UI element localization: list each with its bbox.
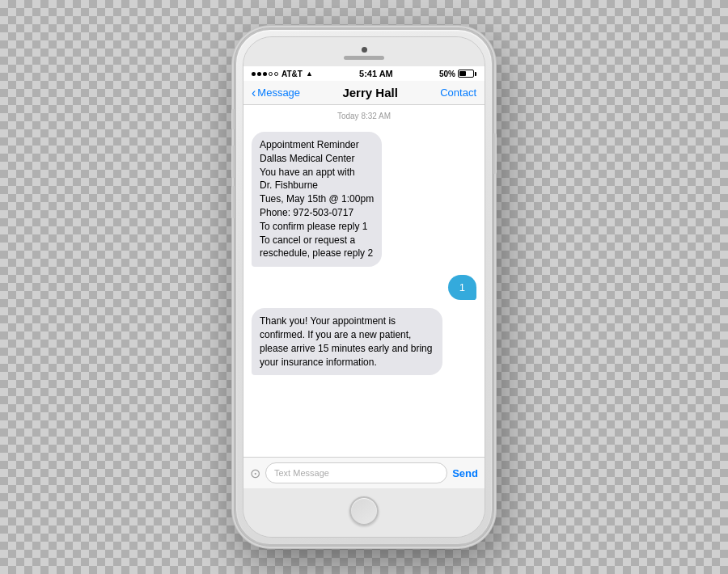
earpiece-speaker <box>344 56 384 60</box>
wifi-icon: ▲ <box>306 70 313 78</box>
home-button[interactable] <box>349 496 379 525</box>
battery-percent: 50% <box>439 70 455 78</box>
phone-device: AT&T ▲ 5:41 AM 50% ‹ <box>235 28 493 546</box>
signal-dot-3 <box>263 72 267 76</box>
status-bar: AT&T ▲ 5:41 AM 50% <box>243 66 485 81</box>
outgoing-text-1: 1 <box>459 281 465 293</box>
contact-name-title: Jerry Hall <box>342 86 397 99</box>
status-time: 5:41 AM <box>359 69 393 78</box>
incoming-text-2: Thank you! Your appointment is confirmed… <box>260 315 432 367</box>
input-bar: ⊙ Text Message Send <box>243 457 485 488</box>
carrier-label: AT&T <box>281 70 303 78</box>
signal-dot-1 <box>252 72 256 76</box>
back-chevron-icon: ‹ <box>252 87 256 99</box>
incoming-text-1: Appointment ReminderDallas Medical Cente… <box>260 139 374 259</box>
back-label: Message <box>257 87 300 99</box>
phone-inner: AT&T ▲ 5:41 AM 50% ‹ <box>243 36 485 538</box>
battery-body <box>458 70 474 78</box>
status-left: AT&T ▲ <box>252 70 313 78</box>
messages-area[interactable]: Today 8:32 AM Appointment ReminderDallas… <box>243 105 485 457</box>
volume-down-button <box>231 186 235 218</box>
battery-icon <box>458 70 476 78</box>
message-placeholder: Text Message <box>274 468 329 478</box>
back-button[interactable]: ‹ Message <box>252 87 300 99</box>
battery-tip <box>475 72 476 76</box>
phone-top-bar <box>243 37 485 66</box>
signal-icon <box>252 72 278 76</box>
signal-dot-4 <box>269 72 273 76</box>
nav-bar: ‹ Message Jerry Hall Contact <box>243 81 485 105</box>
contact-button[interactable]: Contact <box>440 87 476 99</box>
send-button[interactable]: Send <box>452 467 478 479</box>
outgoing-bubble-1: 1 <box>448 275 476 300</box>
message-input[interactable]: Text Message <box>265 462 447 483</box>
power-button <box>493 133 497 174</box>
signal-dot-5 <box>274 72 278 76</box>
incoming-bubble-2: Thank you! Your appointment is confirmed… <box>252 308 442 375</box>
phone-bottom <box>243 488 485 537</box>
screen: AT&T ▲ 5:41 AM 50% ‹ <box>243 66 485 488</box>
status-right: 50% <box>439 70 476 78</box>
mute-button <box>231 109 235 129</box>
front-camera <box>362 47 367 53</box>
battery-fill <box>459 71 466 76</box>
volume-up-button <box>231 146 235 178</box>
date-label: Today 8:32 AM <box>252 112 476 120</box>
incoming-bubble-1: Appointment ReminderDallas Medical Cente… <box>252 132 382 267</box>
camera-button[interactable]: ⊙ <box>250 466 260 481</box>
signal-dot-2 <box>257 72 261 76</box>
